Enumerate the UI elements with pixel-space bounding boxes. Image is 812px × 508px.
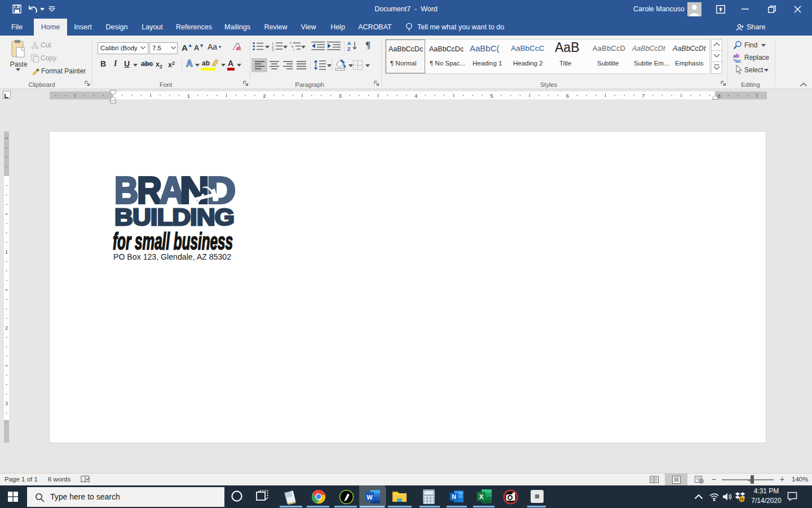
svg-text:1: 1 <box>187 93 190 99</box>
svg-text:BUILDING: BUILDING <box>114 207 234 227</box>
svg-text:7: 7 <box>642 93 645 99</box>
svg-text:2: 2 <box>263 93 266 99</box>
svg-text:3: 3 <box>5 401 8 406</box>
svg-text:4: 4 <box>414 93 417 99</box>
svg-text:3: 3 <box>272 48 274 51</box>
svg-text:5: 5 <box>490 93 493 99</box>
svg-text:1: 1 <box>5 249 8 255</box>
svg-text:X: X <box>479 493 484 500</box>
svg-text:PO Box 123, Glendale, AZ 85302: PO Box 123, Glendale, AZ 85302 <box>113 252 231 261</box>
svg-text:N: N <box>452 493 456 500</box>
svg-text:2: 2 <box>5 325 8 331</box>
svg-text:for small business: for small business <box>113 229 233 255</box>
svg-text:i: i <box>293 48 294 51</box>
svg-text:ac: ac <box>735 58 742 63</box>
svg-text:6: 6 <box>566 93 569 99</box>
svg-text:A: A <box>347 41 351 46</box>
svg-text:W: W <box>367 494 373 501</box>
svg-text:Z: Z <box>347 46 351 51</box>
svg-text:3: 3 <box>339 93 342 99</box>
svg-text:R: R <box>137 176 162 205</box>
svg-text:B: B <box>115 176 138 205</box>
